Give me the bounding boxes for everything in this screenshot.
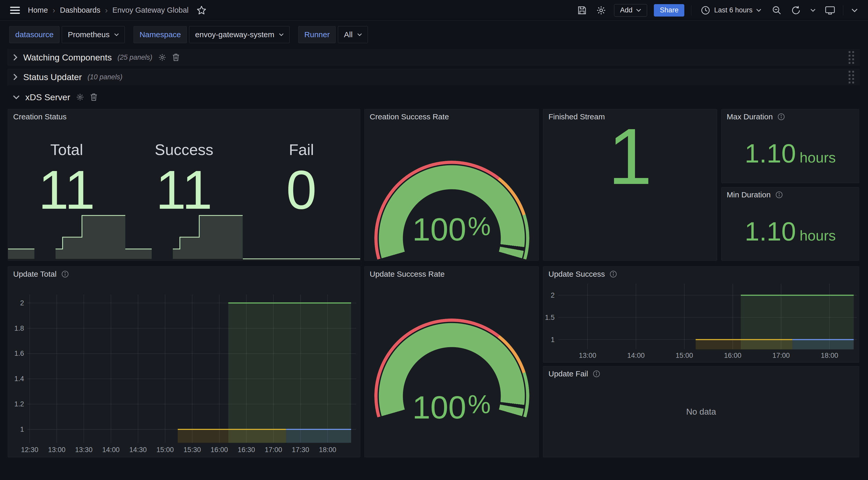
add-button[interactable]: Add — [614, 4, 647, 17]
panel-info-button[interactable] — [777, 113, 785, 121]
chevron-down-icon — [114, 33, 119, 36]
trash-icon — [172, 53, 180, 61]
panel-update-total: Update Total 11.21.41.61.8212:3013:0013:… — [8, 266, 361, 457]
panel-title-text: Max Duration — [727, 112, 773, 121]
y-axis-tick-label: 2 — [551, 292, 555, 299]
x-axis-tick-label: 13:30 — [75, 446, 92, 454]
variable-value-dropdown[interactable]: envoy-gateway-system — [189, 26, 289, 43]
info-icon — [775, 191, 783, 199]
tv-mode-button[interactable] — [824, 4, 836, 17]
zoom-out-time-button[interactable] — [771, 4, 783, 17]
row-delete-button[interactable] — [172, 53, 180, 61]
x-axis-tick-label: 12:30 — [21, 446, 38, 454]
variable-label: datasource — [9, 26, 59, 43]
panel-title[interactable]: Update Success Rate — [370, 270, 444, 278]
x-axis-tick-label: 15:00 — [676, 352, 693, 359]
favorite-button[interactable] — [195, 4, 208, 17]
panel-title[interactable]: Update Total — [13, 270, 69, 278]
row-title[interactable]: Status Updater — [23, 72, 82, 82]
row-drag-handle[interactable] — [848, 51, 854, 64]
gauge-value-number: 100 — [412, 211, 466, 247]
sparkline-chart — [243, 213, 360, 260]
x-axis-tick-label: 17:00 — [265, 446, 282, 454]
y-axis-tick-label: 1.8 — [14, 325, 24, 332]
gauge-value: 100% — [365, 213, 538, 245]
stat-value-row: 1.10 hours — [721, 140, 859, 167]
panel-title[interactable]: Creation Status — [13, 112, 67, 121]
chevron-down-icon — [810, 8, 815, 12]
monitor-icon — [825, 5, 835, 16]
time-range-picker[interactable]: Last 6 hours — [698, 4, 764, 17]
y-axis-tick-label: 1 — [551, 336, 555, 343]
row-header-watching-components[interactable]: Watching Components (25 panels) — [7, 49, 860, 66]
x-axis-tick-label: 15:00 — [156, 446, 174, 454]
dashboard-settings-button[interactable] — [595, 4, 607, 17]
share-button[interactable]: Share — [654, 4, 684, 17]
row-delete-button[interactable] — [90, 93, 98, 101]
refresh-button[interactable] — [790, 4, 802, 17]
y-axis-tick-label: 1 — [20, 425, 24, 433]
panel-title[interactable]: Min Duration — [727, 190, 783, 199]
timeseries-chart[interactable]: 11.5213:0014:0015:0016:0017:0018:00 — [543, 267, 859, 363]
variable-datasource: datasource Prometheus — [9, 26, 125, 43]
panel-info-button[interactable] — [610, 270, 617, 278]
chevron-down-icon — [279, 33, 284, 36]
collapse-toolbar-button[interactable] — [850, 4, 859, 17]
stat-label: Success — [125, 141, 243, 159]
panel-update-success-rate: Update Success Rate 100% — [364, 266, 539, 457]
panel-title[interactable]: Update Fail — [549, 369, 600, 378]
info-icon — [61, 270, 69, 278]
y-axis-tick-label: 1.5 — [545, 313, 554, 321]
series-fill-blue — [792, 340, 854, 350]
variable-label: Namespace — [133, 26, 187, 43]
save-dashboard-button[interactable] — [576, 4, 588, 17]
variable-value-dropdown[interactable]: Prometheus — [62, 26, 125, 43]
panel-title-text: Creation Success Rate — [370, 112, 449, 121]
panel-title[interactable]: Update Success — [549, 270, 617, 278]
x-axis-tick-label: 15:30 — [183, 446, 201, 454]
row-drag-handle[interactable] — [848, 71, 854, 84]
stat-value: 11 — [8, 162, 125, 217]
panel-title[interactable]: Max Duration — [727, 112, 785, 121]
panel-info-button[interactable] — [593, 370, 600, 378]
stat-total: Total 11 — [8, 109, 125, 261]
menu-button[interactable] — [9, 4, 21, 17]
x-axis-tick-label: 16:30 — [238, 446, 255, 454]
chevron-down-icon — [636, 8, 641, 12]
panel-title[interactable]: Finished Stream — [549, 112, 605, 121]
sparkline-fill — [125, 249, 152, 259]
refresh-interval-picker[interactable] — [809, 4, 817, 17]
variable-value-text: envoy-gateway-system — [195, 30, 274, 39]
row-settings-button[interactable] — [76, 93, 84, 101]
variable-value-dropdown[interactable]: All — [338, 26, 368, 43]
panel-update-success: Update Success 11.5213:0014:0015:0016:00… — [543, 266, 859, 363]
panel-title[interactable]: Creation Success Rate — [370, 112, 449, 121]
top-nav-bar: Home › Dashboards › Envoy Gateway Global… — [0, 0, 868, 21]
panel-info-button[interactable] — [61, 270, 69, 278]
stat-value: 1.10 — [745, 140, 796, 167]
panel-creation-status: Creation Status Total 11 Success 11 Fail… — [8, 109, 361, 261]
breadcrumb-dashboards[interactable]: Dashboards — [60, 6, 100, 14]
panel-title-text: Update Fail — [549, 369, 588, 378]
row-header-xds-server[interactable]: xDS Server — [7, 89, 860, 106]
breadcrumb: Home › Dashboards › Envoy Gateway Global — [28, 5, 189, 15]
x-axis-tick-label: 16:00 — [211, 446, 228, 454]
row-title[interactable]: Watching Components — [23, 53, 112, 62]
x-axis-tick-label: 18:00 — [319, 446, 336, 454]
series-fill-yellow — [178, 429, 286, 443]
gauge-threshold-arc — [374, 319, 529, 457]
panel-info-button[interactable] — [775, 191, 783, 199]
row-title[interactable]: xDS Server — [25, 92, 70, 102]
sparkline-chart — [8, 213, 125, 260]
series-fill-yellow — [696, 340, 793, 350]
stat-value: 1.10 — [745, 218, 796, 245]
panel-title-text: Creation Status — [13, 112, 67, 121]
x-axis-tick-label: 16:00 — [724, 352, 741, 359]
variable-value-text: Prometheus — [68, 30, 110, 39]
timeseries-chart[interactable]: 11.21.41.61.8212:3013:0013:3014:0014:301… — [8, 267, 360, 457]
row-header-status-updater[interactable]: Status Updater (10 panels) — [7, 69, 860, 85]
breadcrumb-home[interactable]: Home — [28, 6, 48, 14]
gauge-value-number: 100 — [412, 389, 466, 425]
row-settings-button[interactable] — [158, 53, 166, 61]
stat-label: Fail — [243, 141, 360, 159]
